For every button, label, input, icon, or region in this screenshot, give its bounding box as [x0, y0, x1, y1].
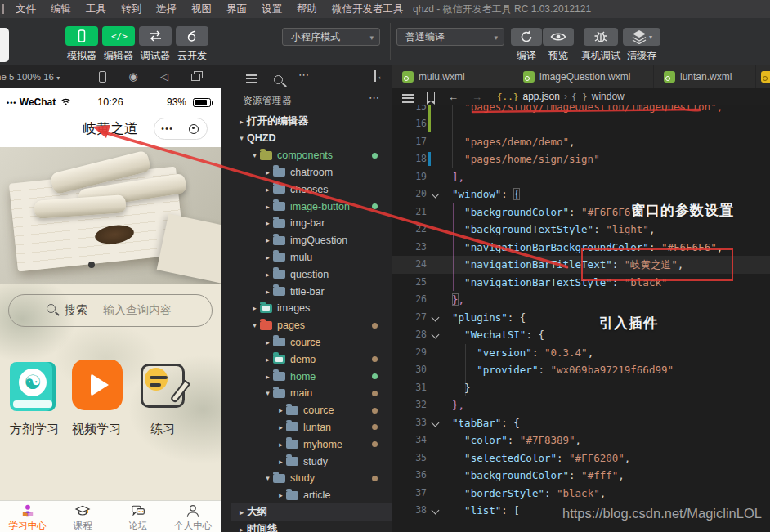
tab-courses[interactable]: 课程	[56, 501, 111, 532]
chevron-closed-icon[interactable]: ▸	[262, 186, 273, 194]
chevron-closed-icon[interactable]: ▸	[236, 118, 247, 126]
chevron-closed-icon[interactable]: ▸	[262, 338, 273, 346]
chevron-open-icon[interactable]: ▾	[262, 474, 273, 482]
chevron-closed-icon[interactable]: ▸	[275, 458, 286, 466]
breadcrumb-node[interactable]: window	[592, 91, 625, 102]
chevron-closed-icon[interactable]: ▸	[236, 508, 247, 516]
list-view-icon[interactable]	[246, 72, 257, 82]
tree-item-myhome[interactable]: ▸myhome	[231, 436, 392, 453]
tree-item-chooses[interactable]: ▸chooses	[231, 181, 392, 198]
close-target-icon[interactable]	[181, 124, 208, 134]
chevron-closed-icon[interactable]: ▸	[275, 423, 286, 431]
chevron-closed-icon[interactable]: ▸	[262, 253, 273, 262]
tab-luntan-wxml[interactable]: luntan.wxml	[654, 65, 755, 88]
tree-item-打开的编辑器[interactable]: ▸打开的编辑器	[231, 113, 392, 130]
formula-study-icon[interactable]: ☯	[10, 362, 56, 411]
video-study-icon[interactable]	[72, 360, 123, 410]
tree-item-home[interactable]: ▸home	[231, 368, 392, 385]
clear-cache-button[interactable]: ▾	[623, 28, 660, 46]
menu-item-7[interactable]: 设置	[254, 0, 289, 18]
compile-button[interactable]	[511, 28, 542, 46]
explorer-more-icon[interactable]: ⋯	[369, 92, 380, 104]
fold-chevron-icon[interactable]	[432, 507, 440, 515]
code-editor[interactable]: mulu.wxml imageQuestion.wxml luntan.wxml…	[392, 65, 770, 532]
tree-item-cource[interactable]: ▸cource	[231, 333, 392, 351]
chevron-closed-icon[interactable]: ▸	[236, 525, 247, 532]
tree-item-images[interactable]: ▸images	[231, 300, 392, 317]
tab-study-center[interactable]: 学习中心	[0, 501, 56, 532]
tree-item-cource[interactable]: ▸cource	[231, 402, 392, 419]
menu-item-8[interactable]: 帮助	[289, 0, 325, 18]
sound-icon[interactable]: ◁	[157, 69, 172, 84]
tab-forum[interactable]: 论坛	[110, 501, 166, 532]
tree-item-study[interactable]: ▾study	[231, 470, 392, 487]
tree-item-study[interactable]: ▸study	[231, 453, 392, 470]
practice-icon[interactable]	[141, 364, 185, 408]
more-actions-icon[interactable]: ⋯	[298, 69, 310, 81]
menu-item-5[interactable]: 视图	[184, 0, 219, 18]
tree-item-mulu[interactable]: ▸mulu	[231, 248, 392, 266]
tree-item-main[interactable]: ▾main	[231, 385, 392, 402]
debugger-toggle-button[interactable]	[139, 26, 172, 46]
tree-item-QHZD[interactable]: ▾QHZD	[231, 130, 392, 147]
search-files-icon[interactable]	[274, 73, 283, 87]
cloud-dev-button[interactable]	[176, 26, 208, 46]
chevron-closed-icon[interactable]: ▸	[262, 168, 273, 177]
menu-item-9[interactable]: 微信开发者工具	[325, 0, 411, 18]
banner-carousel[interactable]	[0, 147, 221, 284]
tab-mulu-wxml[interactable]: mulu.wxml	[392, 65, 513, 88]
menu-item-3[interactable]: 转到	[114, 0, 149, 18]
chevron-closed-icon[interactable]: ▸	[262, 270, 273, 279]
tree-item-image-button[interactable]: ▸image-button	[231, 198, 392, 215]
chevron-closed-icon[interactable]: ▸	[275, 440, 286, 449]
breadcrumb-file[interactable]: app.json	[523, 91, 560, 102]
editor-toggle-button[interactable]: </>	[102, 26, 135, 46]
multi-window-icon[interactable]	[188, 69, 203, 84]
preview-button[interactable]	[543, 28, 574, 46]
compile-mode-select[interactable]: 普通编译 ▾	[396, 28, 504, 46]
chevron-closed-icon[interactable]: ▸	[275, 406, 286, 414]
record-icon[interactable]: ◉	[126, 69, 141, 84]
back-icon[interactable]: ←	[448, 91, 459, 103]
tree-item-chatroom[interactable]: ▸chatroom	[231, 163, 392, 181]
code-area[interactable]: 15 "pages/study/imageQuestion/imageQuest…	[392, 105, 770, 532]
menu-item-4[interactable]: 选择	[149, 0, 184, 18]
tree-item-img-bar[interactable]: ▸img-bar	[231, 215, 392, 232]
fold-chevron-icon[interactable]	[432, 313, 440, 321]
menu-item-6[interactable]: 界面	[219, 0, 254, 18]
more-icon[interactable]: •••	[154, 124, 181, 133]
tree-item-title-bar[interactable]: ▸title-bar	[231, 283, 392, 300]
profile-button[interactable]	[0, 28, 9, 62]
tree-item-demo[interactable]: ▸demo	[231, 351, 392, 368]
chevron-closed-icon[interactable]: ▸	[262, 355, 273, 364]
tab-app-json-partial[interactable]	[756, 65, 770, 88]
panel-section-大纲[interactable]: ▸大纲	[231, 503, 392, 521]
rotate-device-icon[interactable]	[95, 69, 110, 84]
fold-chevron-icon[interactable]	[432, 331, 440, 339]
chevron-closed-icon[interactable]: ▸	[262, 288, 273, 296]
chevron-closed-icon[interactable]: ▸	[262, 236, 273, 244]
remote-debug-button[interactable]	[584, 28, 618, 46]
chevron-closed-icon[interactable]: ▸	[275, 491, 286, 499]
menu-item-0[interactable]: 文件	[8, 0, 43, 18]
bookmark-icon[interactable]	[427, 92, 435, 101]
outline-icon[interactable]	[402, 92, 414, 101]
chevron-closed-icon[interactable]: ▸	[262, 373, 273, 381]
tab-profile[interactable]: 个人中心	[166, 501, 222, 532]
device-selector[interactable]: ne 5 100% 16 ▾	[0, 65, 92, 90]
tree-item-article[interactable]: ▸article	[231, 487, 392, 504]
fold-chevron-icon[interactable]	[432, 418, 440, 427]
tab-imagequestion-wxml[interactable]: imageQuestion.wxml	[513, 65, 653, 88]
capsule-menu[interactable]: •••	[154, 118, 208, 140]
collapse-panel-icon[interactable]: ←	[374, 70, 387, 82]
tree-item-imgQuestion[interactable]: ▸imgQuestion	[231, 232, 392, 249]
tree-item-question[interactable]: ▸question	[231, 266, 392, 283]
panel-section-时间线[interactable]: ▸时间线	[231, 521, 392, 532]
chevron-closed-icon[interactable]: ▸	[249, 304, 260, 312]
simulator-toggle-button[interactable]	[65, 26, 98, 46]
search-input[interactable]: 搜索 输入查询内容	[8, 294, 213, 327]
forward-icon[interactable]: →	[472, 91, 482, 103]
menu-item-1[interactable]: 编辑	[43, 0, 78, 18]
tree-item-luntan[interactable]: ▸luntan	[231, 418, 392, 436]
chevron-closed-icon[interactable]: ▸	[262, 219, 273, 227]
